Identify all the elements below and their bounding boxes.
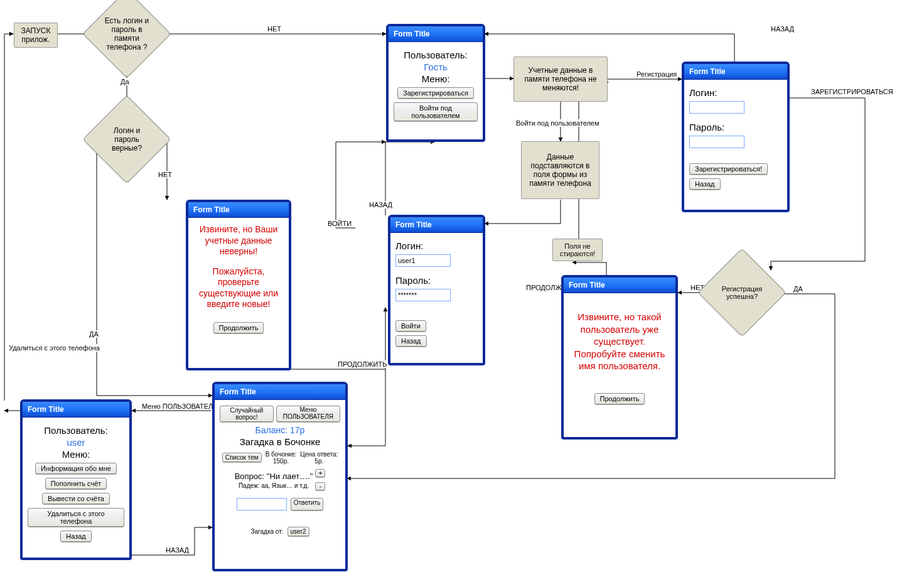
error-msg: Извините, но такой пользователь уже суще… (569, 311, 670, 372)
login-label: Логин: (395, 240, 478, 251)
edge-yes-1: Да (119, 78, 131, 85)
user-menu-button[interactable]: Меню ПОЛЬЗОВАТЕЛЯ (276, 406, 340, 422)
form-guest-menu: Form Title Пользователь: Гость Меню: Зар… (386, 24, 485, 142)
login-label: Логин: (689, 87, 782, 98)
edge-delete-phone: Удалиться с этого телефона (8, 344, 101, 352)
continue-button[interactable]: Продолжить (213, 322, 264, 333)
edge-no-2: НЕТ (157, 171, 173, 178)
note-credentials-kept: Учетные данные в памяти телефона не меня… (513, 57, 608, 102)
back-button[interactable]: Назад (395, 335, 427, 347)
form-game: Form Title Случайный вопрос! Меню ПОЛЬЗО… (212, 382, 348, 571)
edge-yes-2: ДА (88, 330, 100, 338)
back-button[interactable]: Назад (689, 178, 721, 190)
balance: Баланс: 17р (220, 425, 340, 435)
author-label: Загадка от: (250, 528, 283, 535)
price-block: Цена ответа:5р. (300, 451, 338, 465)
edge-reg-yes: ДА (792, 285, 804, 293)
form-login: Form Title Логин: Пароль: Войти Назад (388, 215, 485, 365)
form-title: Form Title (390, 217, 483, 233)
form-title: Form Title (188, 202, 289, 218)
password-input[interactable] (689, 136, 744, 148)
topup-button[interactable]: Пополнить счёт (45, 478, 107, 489)
login-as-button[interactable]: Войти под пользователем (394, 102, 478, 121)
edge-enter: ВОЙТИ (326, 220, 353, 227)
form-title: Form Title (389, 26, 483, 42)
password-label: Пароль: (689, 122, 782, 132)
password-input[interactable] (395, 289, 451, 301)
user-value: user (28, 437, 124, 448)
edge-back-1: НАЗАД (368, 201, 394, 208)
edge-continue-1: ПРОДОЛЖИТЬ (336, 360, 388, 368)
info-button[interactable]: Информация обо мне (35, 463, 117, 474)
user-value: Гость (394, 62, 478, 72)
menu-label: Меню: (394, 73, 478, 84)
note-fill-from-memory: Данные подставляются в поля формы из пам… (521, 141, 599, 199)
start-box: ЗАПУСК прилож. (14, 23, 58, 48)
form-title: Form Title (564, 278, 675, 293)
edge-back-3: НАЗАД (164, 546, 190, 554)
edge-register-cap: ЗАРЕГИСТРИРОВАТЬСЯ (810, 88, 894, 95)
error-line-2: Пожалуйста, проверьте существующие или в… (193, 266, 284, 310)
barrel-block: В бочонке:150р. (266, 451, 297, 465)
edge-user-menu: Меню ПОЛЬЗОВАТЕЛЯ (141, 402, 219, 410)
topics-button[interactable]: Список тем (222, 453, 262, 462)
form-title: Form Title (215, 384, 345, 400)
edge-login-as: Войти под пользователем (515, 119, 601, 127)
answer-button[interactable]: Ответить (291, 498, 324, 510)
back-button[interactable]: Назад (60, 531, 92, 542)
question: Вопрос: "Ни лает…." (235, 472, 313, 481)
form-user-menu: Form Title Пользователь: user Меню: Инфо… (20, 399, 132, 560)
do-register-button[interactable]: Зарегистрироваться! (689, 163, 768, 175)
password-label: Пароль: (395, 275, 478, 286)
note-fields-keep: Поля не стираются! (552, 239, 603, 261)
flowchart-canvas: НЕТ Да НЕТ ДА НАЗАД ВОЙТИ ПРОДОЛЖИТЬ Рег… (0, 0, 924, 572)
author-button[interactable]: user2 (287, 527, 309, 536)
form-bad-credentials: Form Title Извините, но Ваши учетные дан… (186, 200, 291, 370)
login-input[interactable] (395, 254, 451, 267)
game-title: Загадка в Бочонке (220, 436, 340, 447)
random-question-button[interactable]: Случайный вопрос! (220, 406, 274, 422)
edge-registration: Регистрация (635, 70, 678, 78)
user-label: Пользователь: (28, 425, 124, 436)
error-line-1: Извините, но Ваши учетные данные неверны… (193, 224, 284, 257)
menu-label: Меню: (28, 449, 124, 460)
plus-button[interactable]: + (315, 469, 325, 477)
form-user-exists: Form Title Извините, но такой пользовате… (561, 275, 678, 440)
login-button[interactable]: Войти (395, 320, 426, 332)
continue-button[interactable]: Продолжить (594, 393, 645, 404)
hints: Падеж: аа, Язык… и т.д. (235, 482, 313, 489)
form-title: Form Title (684, 64, 787, 80)
answer-input[interactable] (237, 498, 287, 510)
form-register: Form Title Логин: Пароль: Зарегистрирова… (682, 62, 790, 212)
delete-button[interactable]: Удалиться с этого телефона (28, 508, 124, 527)
user-label: Пользователь: (394, 50, 478, 60)
edge-back-2: НАЗАД (770, 25, 795, 33)
minus-button[interactable]: - (315, 482, 325, 490)
form-title: Form Title (23, 402, 129, 418)
register-button[interactable]: Зарегистрироваться (397, 87, 474, 99)
login-input[interactable] (689, 101, 744, 114)
withdraw-button[interactable]: Вывести со счёта (42, 493, 110, 504)
edge-no-1: НЕТ (266, 25, 282, 33)
